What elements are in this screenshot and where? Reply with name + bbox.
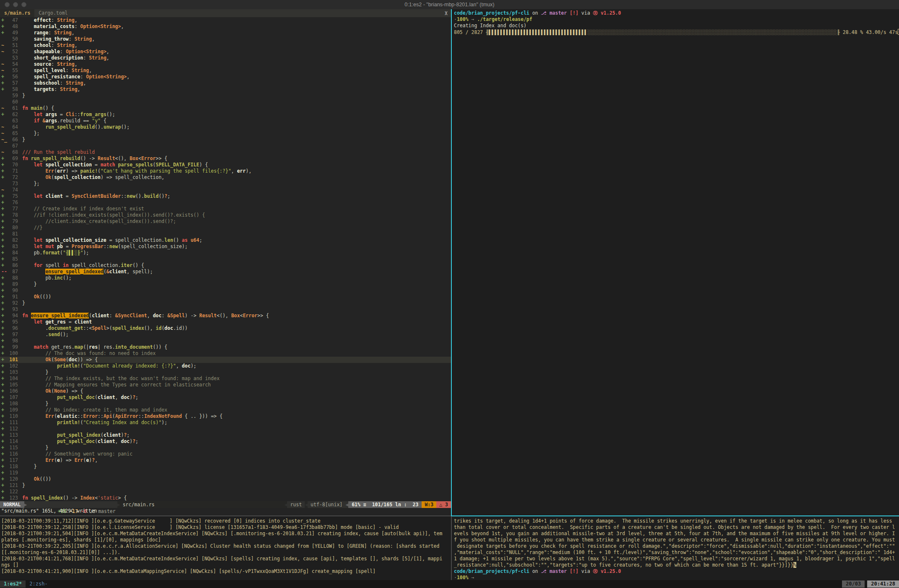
code-line: 63 if &args.rebuild == "y" { [0,118,451,124]
terminal-line: f you shoot multiple missiles, you can h… [454,537,899,543]
line-number: 77 [7,206,18,212]
powerline-separator-icon: ◀ [305,501,308,508]
gitgutter-sign-icon: + [0,193,7,199]
minimize-button[interactable] [13,2,18,7]
line-number: 72 [7,174,18,181]
code-text: } [22,300,25,306]
terminal-line: plates [.monitoring-es], shards [1]/[0],… [1,537,451,543]
gitgutter-sign-icon: + [0,382,7,388]
code-text: effect: String, [22,17,78,23]
line-number: 90 [7,288,18,294]
code-area[interactable]: +47 effect: String,+48 material_costs: O… [0,17,451,501]
gitgutter-sign-icon: + [0,426,7,432]
line-number: 116 [7,451,18,457]
code-text: put_spell_doc(client, doc)?; [22,438,138,444]
line-number: 108 [7,401,18,407]
gitgutter-sign-icon: + [0,162,7,168]
gitgutter-sign-icon: + [0,168,7,174]
gitgutter-sign-icon [0,181,7,187]
code-text: Ok(Some(doc)) => { [22,357,98,363]
gitgutter-sign-icon: + [0,464,7,470]
gitgutter-sign-icon: + [0,420,7,426]
powerline-separator-icon: ◀ [345,501,348,508]
code-line: +80 //} [0,225,451,231]
gitgutter-sign-icon: + [0,438,7,445]
gitgutter-sign-icon: + [0,80,7,86]
shell-pane-active[interactable]: code/brian_projects/pf-cli on ⎇ master [… [452,9,899,515]
code-line: +102 println!("Document already indexed:… [0,363,451,369]
line-number: 75 [7,193,18,199]
gitgutter-sign-icon: + [0,17,7,23]
code-text: spell_level: String, [22,67,92,73]
line-number: 105 [7,382,18,388]
code-line: ~52 shapeable: Option<String>, [0,49,451,55]
terminal-line: than total cover or total concealment. S… [454,524,899,531]
code-line: +94fn ensure_spell_indexed(client: &Sync… [0,313,451,319]
statusline-filler [157,501,285,508]
tab-cargo-toml[interactable]: Cargo.toml [34,9,72,17]
vim-pane[interactable]: s/main.rs Cargo.toml X +47 effect: Strin… [0,9,451,515]
close-button[interactable] [5,2,10,7]
code-text: } [22,369,48,375]
line-number: 118 [7,464,18,470]
gitgutter-sign-icon: + [0,470,7,476]
line-number: 51 [7,42,18,49]
code-line: +88 pb.inc(); [0,275,451,281]
gitgutter-sign-icon: + [0,432,7,438]
line-number: 56 [7,74,18,80]
terminal-line: [[.monitoring-es-6-2018.03.21][0]] ...])… [1,549,451,556]
line-number: 115 [7,445,18,451]
gitgutter-sign-icon: + [0,388,7,394]
gitgutter-sign-icon: ~ [0,61,7,67]
code-text: let client = SyncClientBuilder::new().bu… [22,193,170,199]
tmux-window-2[interactable]: 2:zsh- [26,580,51,588]
code-line: +96 .document_get::<Spell>(spell_index()… [0,325,451,332]
code-line: +114 put_spell_doc(client, doc)?; [0,438,451,445]
line-number: 60 [7,99,18,105]
code-line: ~68/// Run the spell rebuild [0,149,451,155]
gitgutter-sign-icon [0,36,7,42]
shell-pane[interactable]: trikes its target, dealing 1d4+1 points … [452,516,899,580]
tmux-clock: 20:41:28 [867,580,899,588]
line-number: 83 [7,243,18,250]
code-line: 50 saving_throw: String, [0,36,451,42]
code-text: Ok(()) [22,294,51,300]
gitgutter-sign-icon: ~ [0,149,7,155]
vim-statusline: NORMAL ▶ +98 ~17 -8 ⎇ master ▶ src/main.… [0,501,451,508]
line-number: 117 [7,457,18,464]
line-number: 84 [7,250,18,256]
code-line: +92} [0,300,451,306]
tmux-window-1[interactable]: 1:es2* [0,580,26,588]
code-line: +78 //if !client.index_exists(spell_inde… [0,212,451,218]
gitgutter-sign-icon: ~ [0,124,7,130]
log-pane[interactable]: [2018-03-21T00:39:11,712][INFO ][o.e.g.G… [0,516,451,580]
terminal-line: code/brian_projects/pf-cli on ⎇ master [… [454,10,899,16]
powerline-separator-icon: ▶ [117,501,120,508]
gitgutter-sign-icon [0,55,7,61]
line-number: 95 [7,319,18,325]
terminal-line: ·100% → ./target/release/pf [454,16,899,23]
code-line: ~64 run_spell_rebuild().unwrap(); [0,124,451,130]
code-text: material_costs: Option<String>, [22,23,124,29]
line-number: 80 [7,225,18,231]
gitgutter-sign-icon: + [0,288,7,294]
code-text: Ok(()) [22,476,51,482]
gitgutter-sign-icon: ~_ [0,137,7,143]
tab-main-rs[interactable]: s/main.rs [0,9,34,17]
gitgutter-sign-icon: + [0,30,7,36]
gitgutter-sign-icon: + [0,86,7,93]
code-text: Ok(None) => { [22,388,83,394]
code-line: +72 Ok(spell_collection) => spell_collec… [0,174,451,181]
code-line: +112 [0,426,451,432]
code-line: +95 let get_res = client [0,319,451,325]
terminal-line: designate targets before you check for s… [454,543,899,549]
gitgutter-sign-icon: + [0,413,7,420]
line-number: 107 [7,394,18,401]
code-line: +91 Ok(()) [0,294,451,300]
line-number: 102 [7,363,18,369]
zoom-button[interactable] [21,2,26,7]
code-text: } [22,137,25,142]
code-line: ~74 [0,187,451,193]
tab-close-button[interactable]: X [441,10,451,16]
code-text: short_description: String, [22,55,109,61]
